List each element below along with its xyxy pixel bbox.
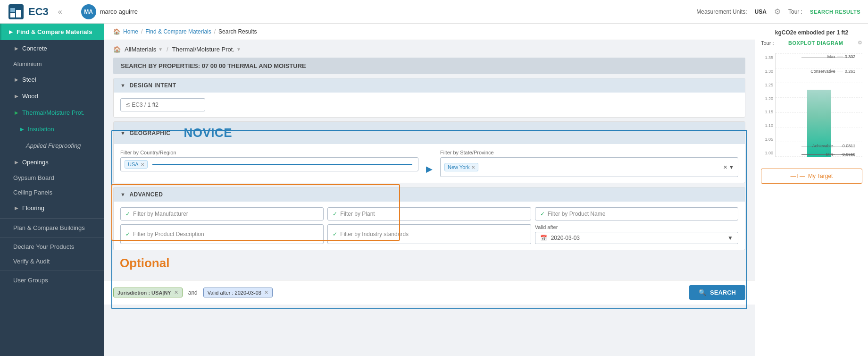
design-intent-header[interactable]: ▼ DESIGN INTENT	[114, 78, 745, 93]
and-text: and	[188, 289, 198, 296]
tour-label: Tour :	[788, 8, 802, 15]
conservative-value: 0.263	[845, 69, 856, 74]
sidebar-item-label: Applied Fireproofing	[26, 142, 81, 149]
sidebar-divider-2	[0, 237, 104, 237]
search-props-label: SEARCH BY PROPERTIES:	[121, 62, 200, 69]
sidebar-item-plan-compare[interactable]: Plan & Compare Buildings	[0, 220, 104, 235]
advanced-grid-bottom: ✓ Filter by Product Description ✓ Filter…	[120, 224, 738, 244]
main-layout: ▶ Find & Compare Materials ▶ Concrete Al…	[0, 24, 868, 356]
breadcrumb-sep-1: /	[141, 28, 142, 35]
valid-after-dropdown[interactable]: ▼	[727, 235, 733, 241]
dropdown-arrow-1: ▼	[158, 47, 163, 52]
sidebar-item-label: Aluminium	[13, 60, 42, 68]
sidebar-item-thermal[interactable]: ▶ Thermal/Moisture Prot.	[0, 104, 104, 121]
max-line-indicator	[837, 57, 843, 57]
measurement-value: USA	[755, 8, 767, 15]
sidebar-item-wood[interactable]: ▶ Wood	[0, 88, 104, 104]
search-button[interactable]: 🔍 SEARCH	[689, 285, 745, 300]
right-panel-tour-label: Tour :	[761, 40, 774, 46]
geographic-body: Filter by Country/Region USA ✕	[114, 144, 745, 183]
check-icon-5: ✓	[333, 231, 337, 237]
sidebar-item-label: Find & Compare Materials	[17, 28, 92, 35]
content-plus-panel: 🏠 Home / Find & Compare Materials / Sear…	[104, 24, 868, 356]
all-materials-path[interactable]: AllMaterials ▼	[125, 46, 163, 53]
advanced-header[interactable]: ▼ ADVANCED	[114, 187, 745, 202]
state-label: Filter by State/Province	[440, 150, 738, 155]
sidebar-item-ceiling-panels[interactable]: Ceiling Panels	[0, 185, 104, 200]
sidebar-item-insulation[interactable]: ▶ Insulation	[0, 121, 104, 137]
country-tag-label: USA	[128, 161, 139, 167]
sidebar-item-openings[interactable]: ▶ Openings	[0, 154, 104, 170]
state-tag-label: New York	[448, 164, 469, 170]
check-icon-1: ✓	[125, 211, 130, 217]
design-intent-body	[114, 93, 745, 117]
valid-after-box[interactable]: 📅 2020-03-03 ▼	[535, 232, 738, 244]
breadcrumb-home[interactable]: Home	[123, 28, 138, 35]
main-content: 🏠 Home / Find & Compare Materials / Sear…	[104, 24, 755, 356]
valid-remove[interactable]: ✕	[264, 289, 268, 296]
achievable-label-row: Achievable 0.0811	[812, 144, 856, 148]
page-content: 🏠 AllMaterials ▼ / Thermal/Moisture Prot…	[104, 40, 755, 280]
breadcrumb-home-icon: 🏠	[113, 28, 120, 35]
sidebar-item-applied-fireproofing[interactable]: Applied Fireproofing	[0, 137, 104, 154]
y-label-6: 1.10	[761, 123, 773, 128]
sidebar-item-declare[interactable]: Declare Your Products	[0, 239, 104, 254]
tour-link[interactable]: SEARCH RESULTS	[810, 9, 860, 15]
geographic-header[interactable]: ▼ GEOGRAPHIC Novice	[114, 122, 745, 144]
material-home-icon: 🏠	[113, 46, 121, 53]
manufacturer-input[interactable]: ✓ Filter by Manufacturer	[120, 207, 324, 220]
design-intent-arrow: ▼	[120, 83, 125, 88]
check-icon-3: ✓	[540, 211, 545, 217]
product-name-input[interactable]: ✓ Filter by Product Name	[535, 207, 738, 220]
user-avatar: MA	[81, 4, 96, 19]
description-input[interactable]: ✓ Filter by Product Description	[120, 224, 324, 244]
grid-line-1	[776, 53, 862, 54]
y-label-8: 1.00	[761, 151, 773, 155]
sidebar-item-concrete[interactable]: ▶ Concrete	[0, 40, 104, 57]
thermal-path[interactable]: Thermal/Moisture Prot. ▼	[172, 46, 241, 53]
my-target-button[interactable]: —T— My Target	[761, 169, 862, 184]
openings-arrow: ▶	[15, 160, 18, 165]
state-tag: New York ✕	[444, 163, 478, 171]
sidebar-item-steel[interactable]: ▶ Steel	[0, 71, 104, 88]
country-select[interactable]: USA ✕	[120, 157, 418, 171]
chart-plot: Max 0.302 Conservative 0.263	[775, 53, 862, 157]
right-panel-tour-link[interactable]: BOXPLOT DIAGRAM	[788, 40, 843, 46]
annotation-container: ▼ DESIGN INTENT ▼	[113, 78, 745, 274]
breadcrumb-find-compare[interactable]: Find & Compare Materials	[145, 28, 211, 35]
max-label: Max	[827, 54, 835, 59]
valid-after-col: Valid after 📅 2020-03-03 ▼	[535, 224, 738, 244]
plant-input[interactable]: ✓ Filter by Plant	[327, 207, 531, 220]
geographic-label: GEOGRAPHIC	[129, 130, 170, 136]
sidebar-item-label: Flooring	[22, 204, 44, 212]
check-icon-2: ✓	[333, 211, 337, 217]
industry-input[interactable]: ✓ Filter by Industry standards	[327, 224, 531, 244]
advanced-label: ADVANCED	[129, 191, 163, 198]
min-line-indicator	[835, 154, 841, 155]
state-remove[interactable]: ✕	[471, 165, 475, 170]
y-axis: 1.35 1.30 1.25 1.20 1.15 1.10 1.05 1.00	[761, 53, 775, 157]
sidebar-item-label: Insulation	[28, 126, 54, 133]
svg-rect-1	[10, 13, 15, 17]
sidebar-item-find-compare[interactable]: ▶ Find & Compare Materials	[0, 24, 104, 40]
valid-after-value: 2020-03-03	[551, 235, 580, 241]
state-dropdown-arrow[interactable]: ✕ ▼	[723, 160, 734, 174]
collapse-button[interactable]: «	[58, 8, 62, 16]
design-intent-input[interactable]	[120, 98, 205, 111]
settings-icon[interactable]: ⚙	[774, 7, 781, 16]
right-panel-title: kgCO2e embodied per 1 ft2	[761, 29, 862, 36]
check-icon-4: ✓	[125, 231, 130, 237]
sidebar-item-aluminium[interactable]: Aluminium	[0, 57, 104, 71]
all-materials-label: AllMaterials	[125, 46, 156, 53]
sidebar-item-gypsum-board[interactable]: Gypsum Board	[0, 170, 104, 185]
geographic-section: ▼ GEOGRAPHIC Novice Filter by Country/Re…	[113, 121, 745, 183]
sidebar-item-user-groups[interactable]: User Groups	[0, 273, 104, 288]
novice-annotation: Novice	[184, 126, 232, 140]
sidebar-item-verify[interactable]: Verify & Audit	[0, 254, 104, 269]
jurisdiction-remove[interactable]: ✕	[174, 289, 178, 296]
chart-gear-icon[interactable]: ⚙	[858, 40, 862, 46]
sidebar-item-flooring[interactable]: ▶ Flooring	[0, 200, 104, 216]
state-select[interactable]: New York ✕ ✕ ▼	[440, 157, 738, 177]
breadcrumb: 🏠 Home / Find & Compare Materials / Sear…	[104, 24, 755, 40]
country-remove[interactable]: ✕	[141, 162, 144, 167]
